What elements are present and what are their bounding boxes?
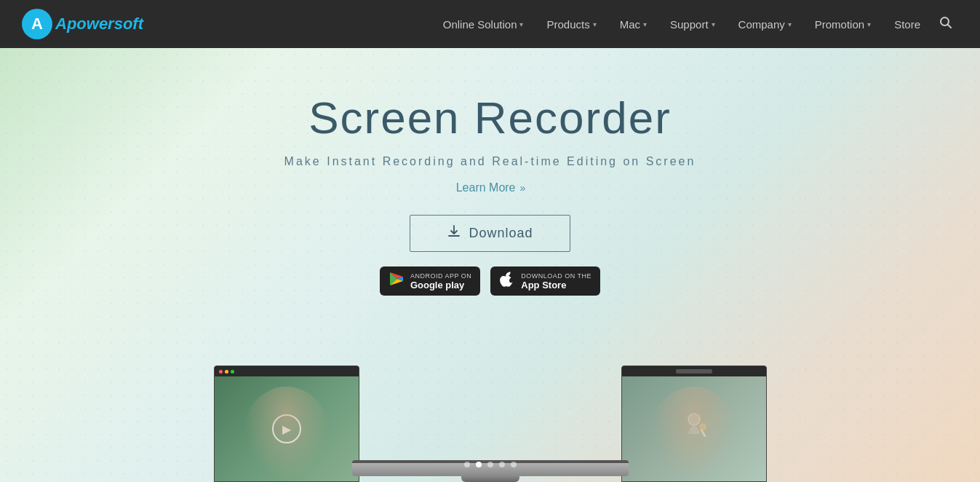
slide-dot-4[interactable] bbox=[499, 462, 505, 467]
logo-icon bbox=[22, 9, 52, 39]
svg-rect-7 bbox=[700, 428, 706, 437]
chevron-down-icon: ▾ bbox=[519, 20, 523, 28]
hero-subtitle: Make Instant Recording and Real-time Edi… bbox=[284, 155, 696, 168]
store-badges: ANDROID APP ON Google play Download on t… bbox=[380, 266, 600, 296]
svg-point-6 bbox=[688, 414, 700, 425]
download-button[interactable]: Download bbox=[410, 215, 570, 252]
nav-menu: Online Solution ▾ Products ▾ Mac ▾ Suppo… bbox=[433, 10, 958, 39]
hero-section: Screen Recorder Make Instant Recording a… bbox=[0, 48, 980, 482]
slide-dots bbox=[464, 462, 517, 467]
chevron-down-icon: ▾ bbox=[788, 20, 792, 28]
slide-dot-2[interactable] bbox=[476, 462, 482, 467]
tool-icon bbox=[680, 412, 709, 446]
nav-item-company[interactable]: Company ▾ bbox=[728, 12, 802, 36]
apple-icon bbox=[499, 271, 515, 291]
chevrons-icon: » bbox=[520, 182, 525, 194]
right-window-content bbox=[622, 376, 766, 481]
chevron-down-icon: ▾ bbox=[593, 20, 597, 28]
svg-line-1 bbox=[948, 24, 952, 28]
search-icon bbox=[939, 17, 952, 32]
close-dot bbox=[219, 370, 223, 374]
nav-item-support[interactable]: Support ▾ bbox=[660, 12, 725, 36]
google-play-icon bbox=[389, 271, 405, 291]
navbar: Apowersoft Online Solution ▾ Products ▾ … bbox=[0, 0, 980, 48]
app-store-badge[interactable]: Download on the App Store bbox=[490, 266, 600, 296]
mockup-area: ▶ REC bbox=[163, 366, 818, 482]
window-chrome-left bbox=[215, 366, 359, 376]
laptop-stand bbox=[461, 476, 519, 482]
download-icon bbox=[447, 224, 461, 242]
nav-item-products[interactable]: Products ▾ bbox=[536, 12, 606, 36]
google-play-badge[interactable]: ANDROID APP ON Google play bbox=[380, 266, 480, 296]
chevron-down-icon: ▾ bbox=[643, 20, 647, 28]
side-window-right bbox=[621, 366, 767, 482]
logo[interactable]: Apowersoft bbox=[22, 9, 143, 39]
search-button[interactable] bbox=[933, 10, 958, 39]
chevron-down-icon: ▾ bbox=[867, 20, 871, 28]
slide-dot-5[interactable] bbox=[511, 462, 517, 467]
side-window-left: ▶ bbox=[214, 366, 359, 482]
window-chrome-right bbox=[622, 366, 766, 376]
nav-item-online-solution[interactable]: Online Solution ▾ bbox=[433, 12, 534, 36]
left-window-content: ▶ bbox=[215, 376, 359, 481]
play-button-overlay[interactable]: ▶ bbox=[272, 414, 301, 443]
svg-point-8 bbox=[700, 424, 706, 430]
maximize-dot bbox=[231, 370, 234, 374]
window-bar bbox=[676, 369, 712, 374]
learn-more-link[interactable]: Learn More » bbox=[456, 181, 525, 194]
chevron-down-icon: ▾ bbox=[712, 20, 715, 28]
nav-item-promotion[interactable]: Promotion ▾ bbox=[805, 12, 881, 36]
hero-title: Screen Recorder bbox=[308, 92, 672, 143]
minimize-dot bbox=[225, 370, 228, 374]
brand-name: Apowersoft bbox=[55, 15, 143, 33]
nav-item-mac[interactable]: Mac ▾ bbox=[610, 12, 657, 36]
slide-dot-1[interactable] bbox=[464, 462, 470, 467]
nav-item-store[interactable]: Store bbox=[884, 12, 931, 36]
slide-dot-3[interactable] bbox=[487, 462, 493, 467]
